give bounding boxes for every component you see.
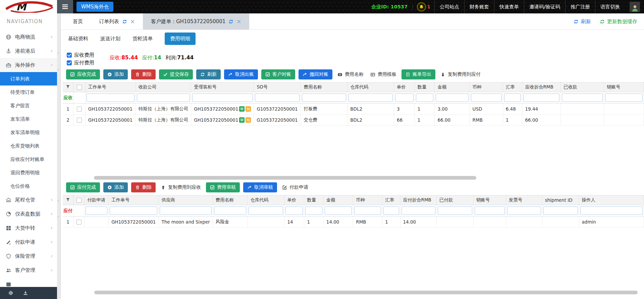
filter-input[interactable] bbox=[471, 94, 502, 102]
column-header[interactable]: 销账号 bbox=[473, 195, 506, 205]
subtab-1[interactable]: 基础资料 bbox=[68, 36, 88, 42]
sidebar-subitem-5[interactable]: 发车清单明细 bbox=[0, 126, 57, 139]
select-all-checkbox[interactable] bbox=[77, 85, 82, 90]
column-header[interactable]: 应收折合RMB bbox=[522, 82, 561, 92]
sidebar-subitem-6[interactable]: 仓库货物列表 bbox=[0, 139, 57, 153]
panel-collapse-strip[interactable]: ‹ ‹ ‹ ‹ bbox=[57, 13, 61, 299]
row-checkbox[interactable] bbox=[77, 107, 82, 112]
toolbar-button-3[interactable]: 删除 bbox=[131, 69, 156, 79]
chevron-left-icon[interactable]: ‹ bbox=[57, 51, 59, 55]
topbar-menu-item[interactable]: 公司站点 bbox=[434, 0, 464, 13]
filter-input[interactable] bbox=[348, 94, 393, 102]
filter-input[interactable] bbox=[302, 94, 346, 102]
sidebar-item[interactable]: 仪表盘数据‹ bbox=[0, 207, 57, 221]
filter-funnel-icon[interactable] bbox=[63, 195, 73, 205]
filter-input[interactable] bbox=[580, 206, 643, 215]
filter-input[interactable] bbox=[504, 94, 521, 102]
sidebar-item[interactable]: 港前港后‹ bbox=[0, 44, 57, 58]
app-switcher-button[interactable]: WMS海外仓 bbox=[76, 2, 113, 12]
filter-input[interactable] bbox=[354, 206, 381, 215]
filter-input[interactable] bbox=[305, 206, 322, 215]
filter-input[interactable] bbox=[507, 206, 541, 215]
toolbar-link-4[interactable]: 复制费用到应收 bbox=[159, 184, 203, 190]
sidebar-item[interactable]: 大货中转‹ bbox=[0, 221, 57, 235]
tab-2[interactable]: 订单列表× bbox=[91, 13, 143, 29]
select-all-checkbox[interactable] bbox=[76, 198, 82, 203]
filter-input[interactable] bbox=[395, 94, 414, 102]
filter-input[interactable] bbox=[110, 206, 157, 215]
user-avatar[interactable] bbox=[630, 2, 640, 12]
column-header[interactable]: shipment ID bbox=[542, 195, 579, 205]
filter-input[interactable] bbox=[249, 206, 283, 215]
subtab-2[interactable]: 派送计划 bbox=[100, 36, 120, 42]
toolbar-link-12[interactable]: 复制费用到应付 bbox=[439, 71, 482, 77]
sidebar-subitem-1[interactable]: 订单列表 bbox=[0, 72, 57, 85]
tab-1[interactable]: 首页 bbox=[65, 13, 91, 29]
toolbar-button-1[interactable]: 应付完成 bbox=[66, 182, 100, 192]
sidebar-subitem-3[interactable]: 客户留言 bbox=[0, 99, 57, 112]
receivable-fee-checkbox[interactable]: 应收费用 bbox=[67, 52, 94, 58]
column-header[interactable]: 应付折合RMB bbox=[400, 195, 437, 205]
filter-input[interactable] bbox=[605, 94, 643, 102]
filter-input[interactable] bbox=[562, 94, 603, 102]
filter-input[interactable] bbox=[543, 206, 578, 215]
toolbar-button-5[interactable]: 刷新 bbox=[196, 69, 221, 79]
column-header[interactable]: 币种 bbox=[470, 82, 503, 92]
hamburger-menu-icon[interactable] bbox=[57, 0, 73, 13]
sidebar-item[interactable]: 付款申请‹ bbox=[0, 235, 57, 249]
sidebar-subitem-7[interactable]: 应收应付对账单 bbox=[0, 153, 57, 166]
sidebar-subitem-9[interactable]: 仓位价格 bbox=[0, 179, 57, 193]
tab-3[interactable]: 客户建单：GH1053722050001× bbox=[143, 13, 249, 29]
toolbar-button-2[interactable]: 添加 bbox=[103, 69, 128, 79]
sidebar-subitem-4[interactable]: 发车清单 bbox=[0, 112, 57, 126]
horizontal-scrollbar[interactable] bbox=[94, 176, 476, 180]
filter-input[interactable] bbox=[401, 206, 436, 215]
topbar-menu-item[interactable]: 财务账套 bbox=[464, 0, 494, 13]
row-checkbox[interactable] bbox=[76, 220, 82, 225]
column-header[interactable]: 工作单号 bbox=[85, 82, 136, 92]
row-checkbox[interactable] bbox=[77, 118, 82, 123]
topbar-menu-item[interactable]: 推广注册 bbox=[565, 0, 595, 13]
download-icon[interactable] bbox=[23, 290, 28, 296]
filter-input[interactable] bbox=[160, 206, 211, 215]
refresh-icon[interactable] bbox=[122, 19, 127, 24]
filter-funnel-icon[interactable] bbox=[63, 82, 73, 92]
refresh-icon[interactable] bbox=[228, 19, 233, 24]
sidebar-item[interactable]: 客户管理‹ bbox=[0, 263, 57, 277]
toolbar-button-1[interactable]: 应收完成 bbox=[66, 69, 100, 79]
toolbar-button-6[interactable]: 取消审核 bbox=[243, 182, 277, 192]
toolbar-button-4[interactable]: 提交保存 bbox=[159, 69, 193, 79]
filter-input[interactable] bbox=[214, 206, 247, 215]
filter-input[interactable] bbox=[523, 94, 559, 102]
filter-input[interactable] bbox=[192, 94, 253, 102]
chevron-left-icon[interactable]: ‹ bbox=[57, 199, 59, 202]
sidebar-item[interactable]: 尾程仓管‹ bbox=[0, 193, 57, 207]
checkbox-checked-icon[interactable] bbox=[67, 53, 72, 58]
column-header[interactable]: 数量 bbox=[304, 195, 323, 205]
column-header[interactable]: 汇率 bbox=[503, 82, 522, 92]
table-row[interactable]: 1GH1053722050001特斯拉（上海）有限公司GH10537220500… bbox=[63, 104, 644, 115]
column-header[interactable]: 供应商 bbox=[159, 195, 213, 205]
column-header[interactable]: 数量 bbox=[415, 82, 435, 92]
filter-input[interactable] bbox=[475, 206, 505, 215]
column-header[interactable]: 已收款 bbox=[561, 82, 604, 92]
toolbar-button-6[interactable]: 取消出账 bbox=[224, 69, 258, 79]
column-header[interactable]: 币种 bbox=[353, 195, 382, 205]
column-header[interactable]: 仓库代码 bbox=[248, 195, 284, 205]
subtab-3[interactable]: 货柜清单 bbox=[132, 36, 153, 42]
filter-input[interactable] bbox=[436, 94, 468, 102]
sidebar-item[interactable]: 保险管理‹ bbox=[0, 249, 57, 263]
table-row[interactable]: 1GH1053722050001The moon and Sixper风险金14… bbox=[63, 217, 644, 228]
horizontal-scrollbar[interactable] bbox=[94, 291, 638, 294]
filter-input[interactable] bbox=[137, 94, 190, 102]
chevron-left-icon[interactable]: ‹ bbox=[57, 215, 59, 219]
toolbar-button-7[interactable]: 客户对账 bbox=[261, 69, 295, 79]
refresh-button[interactable]: 刷新 bbox=[574, 18, 591, 25]
column-header[interactable]: 受理装柜号 bbox=[191, 82, 254, 92]
filter-input[interactable] bbox=[87, 94, 135, 102]
column-header[interactable]: 单价 bbox=[394, 82, 415, 92]
close-icon[interactable]: × bbox=[130, 19, 135, 24]
toolbar-button-2[interactable]: 添加 bbox=[103, 182, 128, 192]
checkbox-checked-icon[interactable] bbox=[67, 60, 72, 65]
toolbar-button-5[interactable]: 费用审核 bbox=[206, 182, 240, 192]
